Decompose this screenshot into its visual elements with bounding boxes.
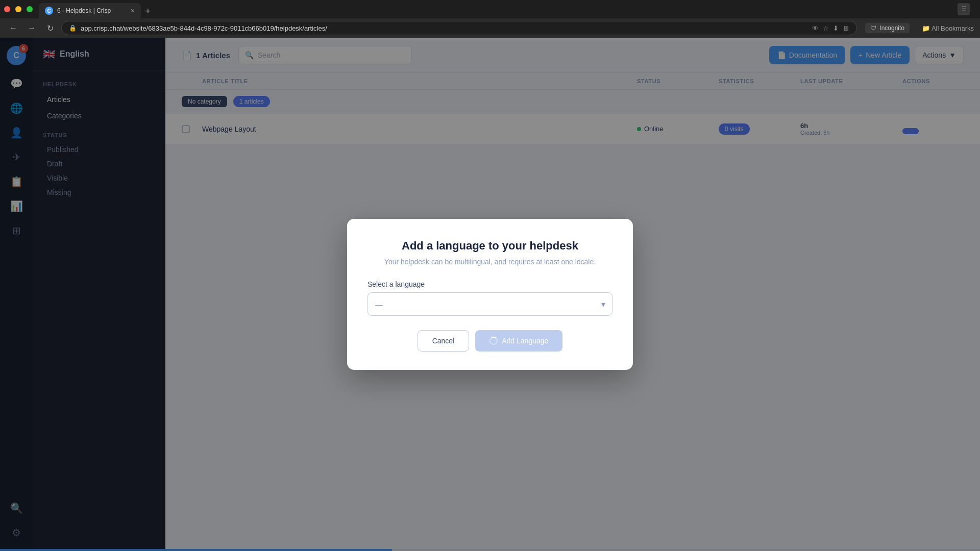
modal-overlay: Add a language to your helpdesk Your hel… bbox=[0, 38, 980, 551]
reload-btn[interactable]: ↻ bbox=[43, 21, 57, 35]
language-select[interactable]: — English French Spanish German Italian … bbox=[368, 292, 612, 316]
dialog-actions: Cancel Add Language bbox=[368, 330, 612, 352]
window-controls bbox=[4, 6, 33, 12]
dialog-subtitle: Your helpdesk can be multilingual, and r… bbox=[368, 258, 612, 266]
tab-favicon: C bbox=[45, 7, 53, 15]
bookmarks-folder-icon: 📁 bbox=[922, 24, 932, 32]
tab-close-btn[interactable]: × bbox=[131, 7, 135, 15]
lock-icon: 🔒 bbox=[69, 24, 77, 32]
incognito-icon: 🛡 bbox=[870, 24, 876, 32]
active-tab[interactable]: C 6 - Helpdesk | Crisp × bbox=[39, 3, 141, 18]
add-language-label: Add Language bbox=[502, 337, 548, 345]
tab-group: C 6 - Helpdesk | Crisp × + bbox=[39, 0, 155, 18]
screen-reader-icon: 👁 bbox=[812, 24, 819, 32]
cancel-button[interactable]: Cancel bbox=[418, 330, 470, 352]
incognito-badge: 🛡 Incognito bbox=[865, 23, 910, 33]
browser-menu-btn[interactable]: ☰ bbox=[958, 3, 970, 15]
browser-actions: 🛡 Incognito bbox=[865, 23, 910, 33]
url-text: app.crisp.chat/website/6833ae5b-844d-4c9… bbox=[81, 24, 808, 32]
profile-icon[interactable]: 🖥 bbox=[843, 24, 849, 32]
dialog-title: Add a language to your helpdesk bbox=[368, 239, 612, 253]
back-btn[interactable]: ← bbox=[6, 21, 20, 35]
add-language-dialog: Add a language to your helpdesk Your hel… bbox=[347, 219, 633, 370]
tab-bar: C 6 - Helpdesk | Crisp × + ☰ bbox=[0, 0, 980, 18]
address-bar-row: ← → ↻ 🔒 app.crisp.chat/website/6833ae5b-… bbox=[0, 18, 980, 38]
address-bar[interactable]: 🔒 app.crisp.chat/website/6833ae5b-844d-4… bbox=[61, 21, 857, 35]
bookmark-star-icon[interactable]: ☆ bbox=[823, 24, 829, 32]
loading-spinner bbox=[489, 337, 498, 345]
language-select-wrapper: — English French Spanish German Italian … bbox=[368, 292, 612, 316]
incognito-label: Incognito bbox=[879, 24, 904, 32]
select-language-label: Select a language bbox=[368, 280, 612, 288]
new-tab-btn[interactable]: + bbox=[141, 4, 155, 18]
browser-chrome: C 6 - Helpdesk | Crisp × + ☰ ← → ↻ 🔒 app… bbox=[0, 0, 980, 38]
close-window-btn[interactable] bbox=[4, 6, 10, 12]
forward-btn[interactable]: → bbox=[24, 21, 39, 35]
address-icons: 👁 ☆ ⬇ 🖥 bbox=[812, 24, 849, 32]
bookmarks-label: 📁 All Bookmarks bbox=[922, 24, 974, 32]
minimize-window-btn[interactable] bbox=[15, 6, 21, 12]
download-icon[interactable]: ⬇ bbox=[833, 24, 839, 32]
tab-title: 6 - Helpdesk | Crisp bbox=[57, 7, 111, 14]
maximize-window-btn[interactable] bbox=[27, 6, 33, 12]
add-language-button[interactable]: Add Language bbox=[475, 330, 562, 352]
